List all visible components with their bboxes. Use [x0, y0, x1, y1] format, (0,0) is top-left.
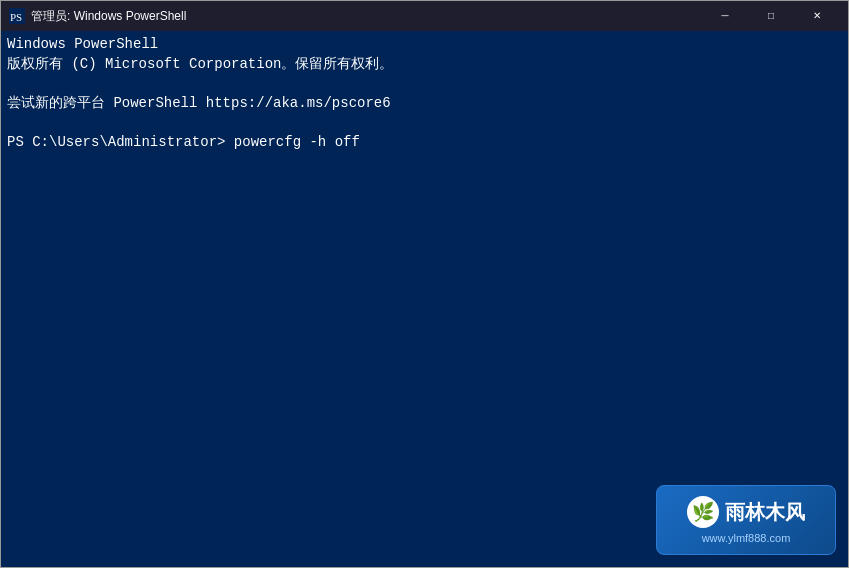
watermark-top: 🌿 雨林木风 [687, 496, 805, 528]
maximize-button[interactable]: □ [748, 1, 794, 31]
minimize-icon: ─ [721, 11, 728, 21]
maximize-icon: □ [768, 11, 774, 21]
watermark-brand-text: 雨林木风 [725, 502, 805, 522]
powershell-window: PS 管理员: Windows PowerShell ─ □ ✕ Windows… [0, 0, 849, 568]
svg-text:PS: PS [10, 11, 22, 23]
watermark-logo-icon: 🌿 [692, 501, 714, 523]
title-bar: PS 管理员: Windows PowerShell ─ □ ✕ [1, 1, 848, 31]
app-icon: PS [9, 8, 25, 24]
terminal-line-1: Windows PowerShell [7, 35, 842, 55]
window-title: 管理员: Windows PowerShell [31, 8, 702, 25]
watermark-url-text: www.ylmf888.com [702, 532, 791, 544]
minimize-button[interactable]: ─ [702, 1, 748, 31]
watermark-badge: 🌿 雨林木风 www.ylmf888.com [656, 485, 836, 555]
terminal-body[interactable]: Windows PowerShell 版权所有 (C) Microsoft Co… [1, 31, 848, 567]
window-controls: ─ □ ✕ [702, 1, 840, 31]
terminal-line-3 [7, 74, 842, 94]
terminal-line-4: 尝试新的跨平台 PowerShell https://aka.ms/pscore… [7, 94, 842, 114]
watermark-logo: 🌿 [687, 496, 719, 528]
close-button[interactable]: ✕ [794, 1, 840, 31]
terminal-line-5 [7, 113, 842, 133]
close-icon: ✕ [813, 11, 821, 21]
terminal-line-2: 版权所有 (C) Microsoft Corporation。保留所有权利。 [7, 55, 842, 75]
terminal-line-6: PS C:\Users\Administrator> powercfg -h o… [7, 133, 842, 153]
